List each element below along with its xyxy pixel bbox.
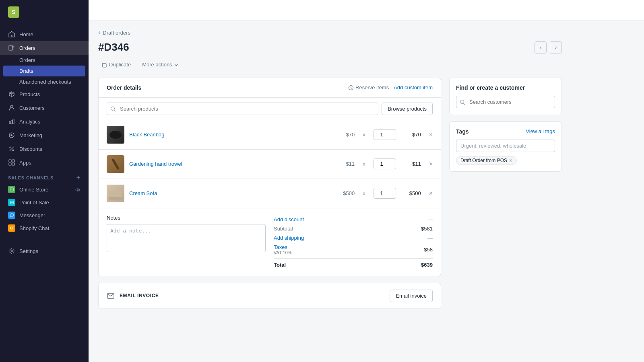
sidebar-item-marketing[interactable]: Marketing xyxy=(0,128,89,142)
tag-remove-pos[interactable]: × xyxy=(509,158,512,163)
sidebar-channel-pos[interactable]: Point of Sale xyxy=(0,196,89,209)
duplicate-label: Duplicate xyxy=(109,62,131,68)
email-invoice-card: EMAIL INVOICE Email invoice xyxy=(98,283,441,309)
shopify-chat-icon xyxy=(8,224,15,232)
taxes-label-wrap: Taxes VAT 10% xyxy=(274,244,292,255)
sidebar-item-settings[interactable]: Settings xyxy=(0,244,89,258)
main-column: Order details Reserve items Add custom i… xyxy=(98,78,441,315)
duplicate-button[interactable]: Duplicate xyxy=(98,60,134,70)
svg-rect-18 xyxy=(103,64,106,67)
browse-products-label: Browse products xyxy=(388,106,427,112)
shipping-row: Add shipping — xyxy=(274,233,433,243)
sidebar-item-analytics[interactable]: Analytics xyxy=(0,115,89,128)
abandoned-label: Abandoned checkouts xyxy=(19,79,71,85)
tags-card: Tags View all tags Draft Order from POS … xyxy=(449,121,562,172)
sales-channels-section: SALES CHANNELS + xyxy=(0,169,89,183)
tags-input[interactable] xyxy=(456,140,555,152)
add-channel-button[interactable]: + xyxy=(76,174,80,181)
product-qty-cream-sofa[interactable] xyxy=(374,188,396,199)
svg-rect-10 xyxy=(9,163,11,165)
view-all-tags-button[interactable]: View all tags xyxy=(526,128,555,134)
svg-rect-4 xyxy=(13,119,14,124)
product-x-3: x xyxy=(363,190,365,196)
breadcrumb-text: Draft orders xyxy=(103,30,130,36)
nav-next-button[interactable]: › xyxy=(550,41,562,53)
apps-icon xyxy=(8,159,15,166)
sidebar-item-discounts[interactable]: Discounts xyxy=(0,142,89,156)
product-name-gardening-trowel[interactable]: Gardening hand trowel xyxy=(129,161,332,167)
chevron-down-icon xyxy=(174,62,178,68)
sidebar-channel-online-store[interactable]: Online Store xyxy=(0,183,89,196)
more-actions-button[interactable]: More actions xyxy=(139,60,181,69)
email-invoice-label: EMAIL INVOICE xyxy=(120,293,159,298)
product-search-input[interactable] xyxy=(107,103,378,115)
product-total-cream-sofa: $500 xyxy=(401,190,421,196)
taxes-sub: VAT 10% xyxy=(274,250,292,255)
sidebar-item-orders[interactable]: Orders xyxy=(0,41,89,55)
breadcrumb[interactable]: ‹ Draft orders xyxy=(98,29,562,36)
customer-search-input[interactable] xyxy=(456,96,555,108)
product-qty-gardening-trowel[interactable] xyxy=(374,158,396,169)
action-bar: Duplicate More actions xyxy=(98,60,562,70)
sidebar-channel-shopify-chat[interactable]: Shopify Chat xyxy=(0,222,89,234)
add-discount-button[interactable]: Add discount xyxy=(274,216,304,222)
product-qty-black-beanbag[interactable] xyxy=(374,129,396,140)
svg-rect-3 xyxy=(11,120,12,124)
sidebar-item-apps-label: Apps xyxy=(19,160,31,166)
product-thumb-black-beanbag xyxy=(107,126,124,144)
pricing-column: Add discount — Subtotal $581 xyxy=(274,215,433,269)
product-remove-gardening-trowel[interactable]: × xyxy=(429,161,433,167)
email-icon xyxy=(107,291,115,300)
shipping-value: — xyxy=(427,235,433,241)
order-details-actions: Reserve items Add custom item xyxy=(348,84,433,90)
reserve-items-button[interactable]: Reserve items xyxy=(348,84,389,90)
sidebar-submenu-drafts[interactable]: Drafts xyxy=(3,66,85,76)
subtotal-label: Subtotal xyxy=(274,226,293,232)
sidebar-item-products-label: Products xyxy=(19,91,40,97)
product-price-gardening-trowel: $11 xyxy=(336,161,355,167)
taxes-value: $58 xyxy=(424,247,433,253)
online-store-label: Online Store xyxy=(19,187,48,193)
sidebar-item-analytics-label: Analytics xyxy=(19,119,40,125)
sidebar-item-customers[interactable]: Customers xyxy=(0,101,89,115)
sidebar-submenu-abandoned[interactable]: Abandoned checkouts xyxy=(0,76,89,87)
settings-icon xyxy=(8,247,15,255)
sidebar-item-orders-label: Orders xyxy=(19,45,35,51)
add-shipping-button[interactable]: Add shipping xyxy=(274,235,304,241)
subtotal-value: $581 xyxy=(421,226,433,232)
sidebar-channel-messenger[interactable]: Messenger xyxy=(0,209,89,222)
sidebar-logo: S xyxy=(0,0,89,24)
notes-textarea[interactable] xyxy=(107,224,266,252)
add-custom-item-button[interactable]: Add custom item xyxy=(394,84,433,90)
messenger-icon xyxy=(8,212,15,219)
sidebar-submenu-orders[interactable]: Orders xyxy=(0,55,89,66)
svg-rect-9 xyxy=(12,160,14,162)
sidebar-item-home[interactable]: Home xyxy=(0,27,89,41)
product-price-cream-sofa: $500 xyxy=(336,190,355,196)
page-title: #D346 xyxy=(98,41,129,53)
product-remove-cream-sofa[interactable]: × xyxy=(429,190,433,197)
total-label: Total xyxy=(274,262,286,268)
pos-icon xyxy=(8,199,15,206)
tags-list: Draft Order from POS × xyxy=(456,156,555,165)
tags-header: Tags View all tags xyxy=(456,128,555,135)
product-name-black-beanbag[interactable]: Black Beanbag xyxy=(129,132,332,138)
sidebar-item-products[interactable]: Products xyxy=(0,87,89,101)
product-remove-black-beanbag[interactable]: × xyxy=(429,132,433,138)
svg-rect-12 xyxy=(10,188,13,191)
nav-prev-button[interactable]: ‹ xyxy=(535,41,547,53)
product-total-black-beanbag: $70 xyxy=(401,132,421,138)
product-name-cream-sofa[interactable]: Cream Sofa xyxy=(129,190,332,196)
product-search-row: Browse products xyxy=(99,98,441,120)
sidebar-item-apps[interactable]: Apps xyxy=(0,156,89,169)
sales-channels-label: SALES CHANNELS xyxy=(8,175,54,180)
order-details-card: Order details Reserve items Add custom i… xyxy=(98,78,441,276)
sidebar-item-home-label: Home xyxy=(19,31,33,37)
email-left: EMAIL INVOICE xyxy=(107,291,159,300)
products-icon xyxy=(8,90,15,98)
top-bar xyxy=(89,0,644,21)
more-actions-label: More actions xyxy=(142,62,172,68)
svg-rect-11 xyxy=(12,163,14,165)
email-invoice-button[interactable]: Email invoice xyxy=(390,290,433,302)
browse-products-button[interactable]: Browse products xyxy=(382,103,433,115)
